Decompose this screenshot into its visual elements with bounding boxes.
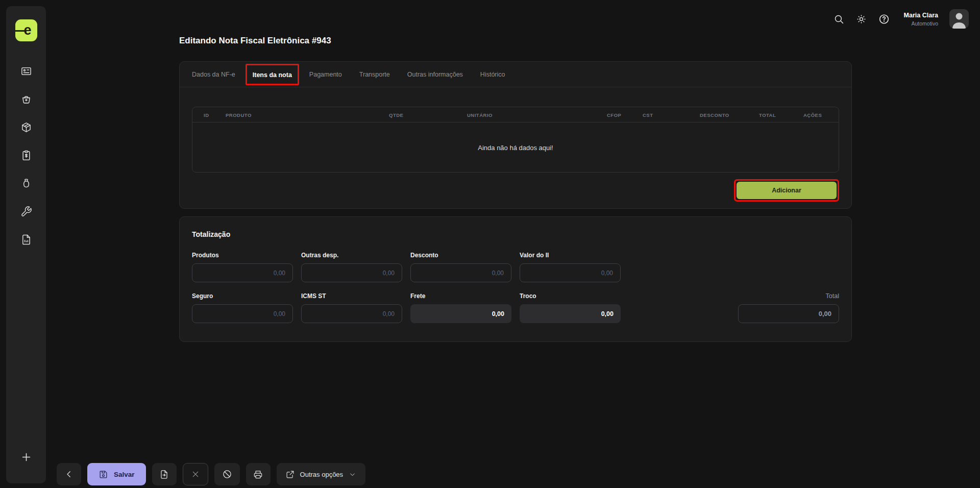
bottom-toolbar: Salvar [57,463,365,485]
desconto-input[interactable] [410,263,511,282]
user-info[interactable]: Maria Clara Automotivo [904,12,938,27]
outras-desp-input[interactable] [301,263,402,282]
total-input[interactable] [738,304,839,323]
valor-do-ii-input[interactable] [520,263,621,282]
close-button[interactable] [183,463,208,485]
user-role: Automotivo [904,20,938,27]
invoice-items-card: Dados da NF-e Itens da nota Pagamento Tr… [179,61,852,209]
items-table: ID PRODUTO QTDE UNITÁRIO CFOP CST DESCON… [192,107,839,173]
sidebar-item-services[interactable] [20,205,32,217]
column-header-desconto: DESCONTO [700,112,729,118]
field-label: Desconto [410,252,511,259]
shopping-basket-icon [20,93,32,105]
icms-st-input[interactable] [301,304,402,323]
id-card-icon [20,65,32,77]
annotation-box-add-button: Adicionar [734,179,839,202]
field-seguro: Seguro [192,292,293,323]
chevron-left-icon [64,470,74,479]
column-header-unitario: UNITÁRIO [467,112,493,118]
seguro-input[interactable] [192,304,293,323]
sidebar-item-sales[interactable] [20,93,32,105]
field-icms-st: ICMS ST [301,292,402,323]
other-options-label: Outras opções [300,471,344,478]
floppy-disk-icon [99,470,108,479]
logo-line [15,30,27,32]
sidebar-nav [20,65,32,246]
field-label: ICMS ST [301,292,402,300]
search-icon [834,14,844,25]
plus-icon [21,452,32,462]
field-label: Seguro [192,292,293,300]
totals-title: Totalização [192,230,839,238]
money-bag-icon [20,178,32,189]
add-button-row: Adicionar [192,179,839,202]
sun-icon [856,14,867,25]
field-label: Outras desp. [301,252,402,259]
save-button[interactable]: Salvar [87,463,146,485]
field-label: Frete [410,292,511,300]
empty-state-message: Ainda não há dados aqui! [192,123,839,173]
field-label: Troco [520,292,621,300]
other-options-button[interactable]: Outras opções [277,463,366,485]
total-label: Total [738,292,839,300]
sidebar-item-reports[interactable] [20,233,32,246]
package-box-icon [20,121,32,133]
field-valor-do-ii: Valor do II [520,252,621,282]
theme-toggle-button[interactable] [856,13,867,25]
print-button[interactable] [246,463,271,485]
sidebar-item-products[interactable] [20,121,32,133]
field-frete: Frete [410,292,511,323]
cancel-button[interactable] [214,463,240,485]
topbar: Maria Clara Automotivo [834,9,969,29]
column-header-cst: CST [643,112,653,118]
avatar[interactable] [949,9,969,29]
column-header-acoes: AÇÕES [803,112,822,118]
column-header-id: ID [204,112,209,118]
items-table-header: ID PRODUTO QTDE UNITÁRIO CFOP CST DESCON… [192,107,839,123]
column-header-qtde: QTDE [389,112,403,118]
help-circle-icon [878,13,890,25]
sidebar-item-budgets[interactable] [20,149,32,161]
ban-icon [222,469,232,479]
clipboard-dollar-icon [20,150,32,161]
user-name: Maria Clara [904,12,938,19]
tab-outras-informacoes[interactable]: Outras informações [407,71,463,78]
troco-input[interactable] [520,304,621,323]
field-troco: Troco [520,292,621,323]
column-header-total: TOTAL [759,112,776,118]
chevron-down-icon [349,471,356,478]
tab-historico[interactable]: Histórico [480,71,505,78]
file-export-button[interactable] [152,463,177,485]
field-produtos: Produtos [192,252,293,282]
sidebar-add-button[interactable] [20,451,32,463]
app-logo[interactable]: e [15,19,37,41]
sidebar: e [6,6,46,483]
sidebar-item-finance[interactable] [20,177,32,189]
tab-itens-da-nota[interactable]: Itens da nota [253,71,292,79]
add-item-button[interactable]: Adicionar [737,182,837,199]
close-x-icon [191,470,200,478]
search-button[interactable] [834,13,845,25]
tab-pagamento[interactable]: Pagamento [309,71,342,78]
sidebar-item-contacts[interactable] [20,65,32,77]
report-file-icon [20,234,32,246]
frete-input[interactable] [410,304,511,323]
produtos-input[interactable] [192,263,293,282]
tab-dados-da-nfe[interactable]: Dados da NF-e [192,71,235,78]
field-label: Valor do II [520,252,621,259]
printer-icon [253,470,263,479]
column-header-produto: PRODUTO [226,112,252,118]
column-header-cfop: CFOP [607,112,621,118]
field-total: Total [738,292,839,323]
annotation-box-active-tab: Itens da nota [246,64,299,85]
items-tab-panel: ID PRODUTO QTDE UNITÁRIO CFOP CST DESCON… [180,87,851,202]
back-button[interactable] [57,463,81,485]
tab-bar: Dados da NF-e Itens da nota Pagamento Tr… [180,62,851,87]
wrench-icon [20,206,32,217]
field-desconto: Desconto [410,252,511,282]
app-window: e [0,0,980,488]
help-button[interactable] [878,13,890,25]
totals-card: Totalização Produtos Outras desp. Descon… [179,216,852,342]
tab-transporte[interactable]: Transporte [359,71,390,78]
totals-grid: Produtos Outras desp. Desconto Valor do … [192,252,839,323]
